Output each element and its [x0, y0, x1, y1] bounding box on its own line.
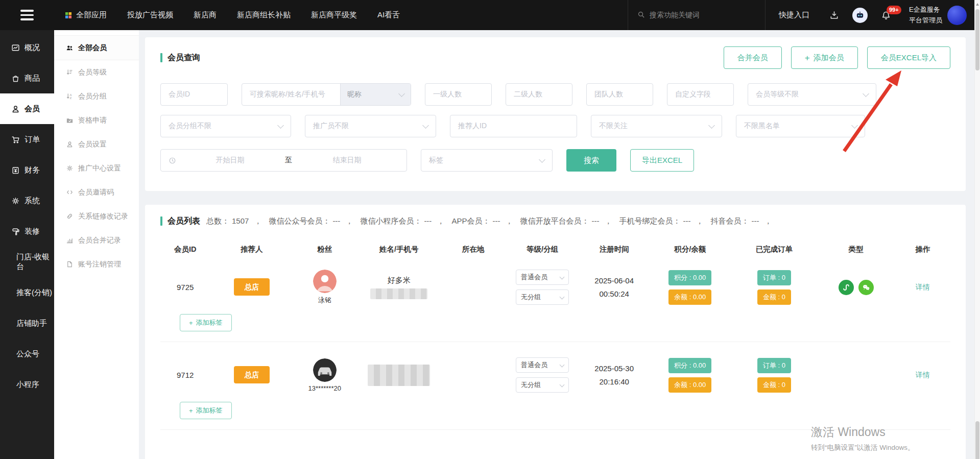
- excel-import-button[interactable]: 会员EXCEL导入: [867, 46, 950, 69]
- order-icon: [11, 135, 20, 144]
- add-tag-label: 添加标签: [196, 318, 223, 327]
- topnav-item-3[interactable]: 新店商组长补贴: [227, 0, 301, 30]
- amount-badge: 金额 : 0: [757, 377, 791, 393]
- submenu-item-6[interactable]: 会员邀请码: [54, 180, 139, 204]
- sidebar-item-2[interactable]: 会员: [0, 93, 54, 124]
- query-actions: 合并会员 + 添加会员 会员EXCEL导入: [724, 46, 950, 69]
- level2-count-input[interactable]: 二级人数: [506, 83, 572, 106]
- scrollbar-thumb[interactable]: [975, 421, 979, 459]
- keyword-search-input[interactable]: 可搜索昵称/姓名/手机号 昵称: [242, 83, 411, 106]
- search-input[interactable]: 搜索功能关键词: [628, 0, 766, 30]
- user-avatar[interactable]: [947, 6, 967, 25]
- submenu-item-2[interactable]: AZ会员分组: [54, 84, 139, 108]
- chevron-down-icon: [851, 122, 858, 129]
- submenu-item-5[interactable]: 推广中心设置: [54, 156, 139, 180]
- date-range-input[interactable]: 开始日期 至 结束日期: [160, 149, 407, 172]
- add-member-button[interactable]: + 添加会员: [791, 46, 858, 69]
- sidebar-item-1[interactable]: 商品: [0, 63, 54, 93]
- sidebar-item-0[interactable]: 概况: [0, 32, 54, 63]
- submenu-item-4[interactable]: 会员设置: [54, 132, 139, 156]
- orders-badge: 订单 : 0: [757, 358, 791, 373]
- submenu-item-0[interactable]: 全部会员: [54, 35, 139, 60]
- detail-link[interactable]: 详情: [916, 283, 930, 291]
- scrollbar-up-arrow-icon[interactable]: [976, 3, 979, 6]
- sidebar-item-4[interactable]: 财务: [0, 155, 54, 185]
- promoter-select[interactable]: 推广员不限: [305, 115, 436, 137]
- custom-field-input[interactable]: 自定义字段: [667, 83, 734, 106]
- hamburger-menu-icon[interactable]: [0, 0, 54, 30]
- topnav-item-2[interactable]: 新店商: [183, 0, 227, 30]
- topnav-item-5[interactable]: AI看舌: [367, 0, 410, 30]
- sidebar-item-label: 推客(分销): [16, 288, 52, 298]
- stat-comma: ，: [604, 216, 612, 225]
- add-tag-button[interactable]: +添加标签: [180, 314, 232, 331]
- chevron-down-icon: [863, 90, 869, 97]
- level-group-cell: 普通会员无分组: [516, 357, 569, 393]
- sidebar-item-11[interactable]: 小程序: [0, 369, 54, 400]
- merge-members-button[interactable]: 合并会员: [724, 46, 782, 69]
- end-date-input[interactable]: 结束日期: [295, 156, 399, 165]
- column-header-7: 积分/余额: [674, 245, 706, 254]
- submenu-item-9[interactable]: 账号注销管理: [54, 252, 139, 276]
- follow-filter-select[interactable]: 不限关注: [591, 115, 722, 137]
- sidebar-item-label: 系统: [25, 196, 40, 206]
- sidebar-item-8[interactable]: 推客(分销): [0, 277, 54, 308]
- add-tag-label: 添加标签: [196, 406, 223, 415]
- main-content: 会员查询 合并会员 + 添加会员 会员EXCEL导入 会员ID 可搜索昵称/姓名…: [139, 30, 980, 459]
- column-header-1: 推荐人: [241, 245, 263, 254]
- blurred-phone: [368, 365, 430, 386]
- referrer-cell: 总店: [234, 370, 270, 380]
- sidebar-item-3[interactable]: 订单: [0, 124, 54, 155]
- member-id-cell: 9712: [177, 371, 194, 379]
- blacklist-filter-select[interactable]: 不限黑名单: [736, 115, 865, 137]
- car-avatar: [313, 358, 337, 382]
- notification-bell-icon[interactable]: 99+: [881, 10, 891, 20]
- fan-cell: 13*******20: [308, 358, 341, 392]
- stat-value: ---: [332, 216, 340, 225]
- level-select[interactable]: 普通会员: [516, 270, 569, 285]
- tag-select[interactable]: 标签: [421, 149, 553, 172]
- goods-icon: [11, 74, 20, 83]
- submenu-item-7[interactable]: 关系链修改记录: [54, 204, 139, 228]
- export-excel-button[interactable]: 导出EXCEL: [630, 149, 694, 172]
- stat-value: ---: [751, 216, 759, 225]
- referrer-id-input[interactable]: 推荐人ID: [450, 115, 577, 137]
- member-level-select[interactable]: 会员等级不限: [748, 83, 876, 106]
- person-avatar: [313, 270, 337, 293]
- team-count-input[interactable]: 团队人数: [586, 83, 653, 106]
- column-header-2: 粉丝: [317, 245, 332, 254]
- sidebar-item-5[interactable]: 系统: [0, 185, 54, 216]
- sidebar-item-label: 店铺助手: [16, 319, 47, 328]
- sidebar-item-10[interactable]: 公众号: [0, 339, 54, 369]
- member-group-select[interactable]: 会员分组不限: [160, 115, 291, 137]
- sidebar-item-7[interactable]: 门店-收银台: [0, 247, 54, 277]
- start-date-input[interactable]: 开始日期: [178, 156, 282, 165]
- register-date: 2025-05-30: [594, 362, 634, 375]
- group-select[interactable]: 无分组: [516, 377, 569, 393]
- sidebar-item-label: 公众号: [16, 349, 39, 359]
- submenu-item-8[interactable]: 会员合并记录: [54, 228, 139, 252]
- group-select[interactable]: 无分组: [516, 289, 569, 305]
- level1-count-input[interactable]: 一级人数: [425, 83, 492, 106]
- topnav-item-4[interactable]: 新店商平级奖: [301, 0, 367, 30]
- stat-comma: ，: [254, 216, 261, 225]
- search-button[interactable]: 搜索: [566, 149, 616, 172]
- detail-link[interactable]: 详情: [916, 371, 930, 379]
- assistant-bot-icon[interactable]: [852, 8, 868, 23]
- sidebar-item-9[interactable]: 店铺助手: [0, 308, 54, 339]
- level-select[interactable]: 普通会员: [516, 357, 569, 373]
- add-tag-button[interactable]: +添加标签: [180, 402, 232, 419]
- sidebar-item-6[interactable]: 装修: [0, 216, 54, 247]
- submenu-item-1[interactable]: 会员等级: [54, 60, 139, 84]
- topnav-item-0[interactable]: 全部应用: [54, 0, 117, 30]
- page-scrollbar[interactable]: [974, 0, 980, 459]
- sidebar-item-label: 商品: [25, 74, 40, 83]
- search-type-select[interactable]: 昵称: [340, 84, 411, 105]
- scrollbar-thumb[interactable]: [975, 9, 979, 70]
- member-id-input[interactable]: 会员ID: [160, 83, 228, 106]
- topnav-item-1[interactable]: 投放广告视频: [117, 0, 183, 30]
- stat-item: 微信小程序会员：---，: [360, 216, 448, 225]
- quick-entry-link[interactable]: 快捷入口: [766, 10, 823, 20]
- submenu-item-3[interactable]: 资格申请: [54, 108, 139, 132]
- download-icon[interactable]: [829, 10, 839, 20]
